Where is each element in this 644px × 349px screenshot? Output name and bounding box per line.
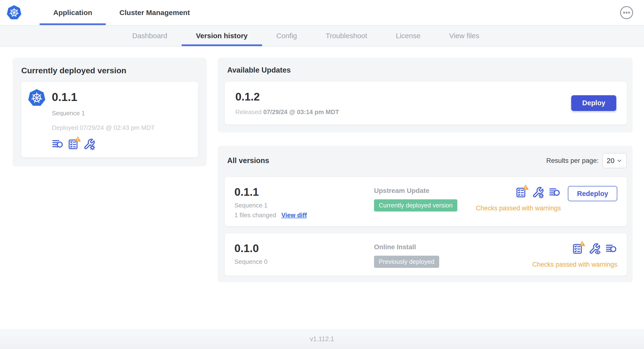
row-sequence: Sequence 1 <box>234 202 268 209</box>
all-versions-card: All versions Results per page: 20 0.1.1 … <box>218 146 632 282</box>
subtab-config[interactable]: Config <box>262 26 312 46</box>
available-update-row: 0.1.2 Released 07/29/24 @ 03:14 pm MDT D… <box>225 82 627 124</box>
preflight-status-text: Checks passed with warnings <box>532 261 617 268</box>
redeploy-button[interactable]: Redeploy <box>568 186 617 201</box>
diff-lines-search-icon[interactable] <box>605 243 617 255</box>
page-footer: v1.112.1 <box>0 329 644 349</box>
tab-application[interactable]: Application <box>40 0 106 25</box>
currently-deployed-version-card: 0.1.1 Sequence 1 Deployed 07/29/24 @ 02:… <box>21 82 198 157</box>
results-per-page-select[interactable]: 20 <box>602 153 627 168</box>
ellipsis-menu-icon[interactable] <box>620 6 634 20</box>
preflight-checklist-warning-icon[interactable] <box>515 186 527 198</box>
kubernetes-app-icon <box>28 88 46 107</box>
results-per-page-label: Results per page: <box>546 157 599 164</box>
wrench-gear-config-icon[interactable] <box>532 186 544 198</box>
row-version-number: 0.1.1 <box>234 186 259 198</box>
tab-cluster-management[interactable]: Cluster Management <box>106 0 203 25</box>
version-source-label: Online Install <box>374 243 416 251</box>
subtab-troubleshoot[interactable]: Troubleshoot <box>311 26 382 46</box>
sub-nav: Dashboard Version history Config Trouble… <box>0 26 644 46</box>
currently-deployed-title: Currently deployed version <box>21 66 198 75</box>
currently-deployed-card: Currently deployed version 0.1.1 Sequenc… <box>13 58 207 166</box>
subtab-version-history[interactable]: Version history <box>182 26 262 46</box>
top-nav: Application Cluster Management <box>0 0 644 26</box>
wrench-gear-config-icon[interactable] <box>83 138 95 150</box>
chevron-down-icon <box>616 158 622 164</box>
row-version-number: 0.1.0 <box>234 242 259 255</box>
console-version-text: v1.112.1 <box>310 336 334 343</box>
subtab-license[interactable]: License <box>382 26 435 46</box>
current-version-number: 0.1.1 <box>52 88 77 106</box>
update-version-number: 0.1.2 <box>235 90 339 103</box>
warning-triangle-icon <box>522 184 529 190</box>
current-version-sequence: Sequence 1 <box>52 110 85 117</box>
warning-triangle-icon <box>74 136 82 142</box>
available-updates-title: Available Updates <box>227 66 627 74</box>
subtab-dashboard[interactable]: Dashboard <box>118 26 182 46</box>
subtab-view-files[interactable]: View files <box>435 26 494 46</box>
files-changed-label: 1 files changed <box>234 212 276 219</box>
kubernetes-logo-icon <box>6 5 22 20</box>
all-versions-title: All versions <box>227 156 269 165</box>
previously-deployed-badge: Previously deployed <box>374 256 439 268</box>
preflight-checklist-warning-icon[interactable] <box>572 243 584 255</box>
version-row-0.1.0: 0.1.0 Sequence 0 Online Install Previous… <box>225 233 627 276</box>
current-version-deployed-timestamp: Deployed 07/29/24 @ 02:43 pm MDT <box>52 124 155 132</box>
currently-deployed-badge: Currently deployed version <box>374 199 457 212</box>
released-label: Released <box>235 108 262 116</box>
available-updates-card: Available Updates 0.1.2 Released 07/29/2… <box>218 58 632 132</box>
diff-lines-search-icon[interactable] <box>549 186 561 198</box>
preflight-checklist-warning-icon[interactable] <box>68 138 80 150</box>
wrench-eye-view-config-icon[interactable] <box>588 243 600 255</box>
released-timestamp: 07/29/24 @ 03:14 pm MDT <box>263 108 339 116</box>
preflight-status-text: Checks passed with warnings <box>476 204 561 212</box>
main-content: Currently deployed version 0.1.1 Sequenc… <box>0 46 644 329</box>
top-tabs: Application Cluster Management <box>40 0 203 25</box>
version-source-label: Upstream Update <box>374 187 430 194</box>
results-per-page-value: 20 <box>607 157 614 165</box>
view-diff-link[interactable]: View diff <box>282 212 307 219</box>
row-sequence: Sequence 0 <box>234 258 268 266</box>
deploy-button[interactable]: Deploy <box>571 95 616 111</box>
version-row-0.1.1: 0.1.1 Sequence 1 1 files changed View di… <box>225 177 627 226</box>
warning-triangle-icon <box>578 240 586 247</box>
diff-lines-search-icon[interactable] <box>52 138 64 150</box>
